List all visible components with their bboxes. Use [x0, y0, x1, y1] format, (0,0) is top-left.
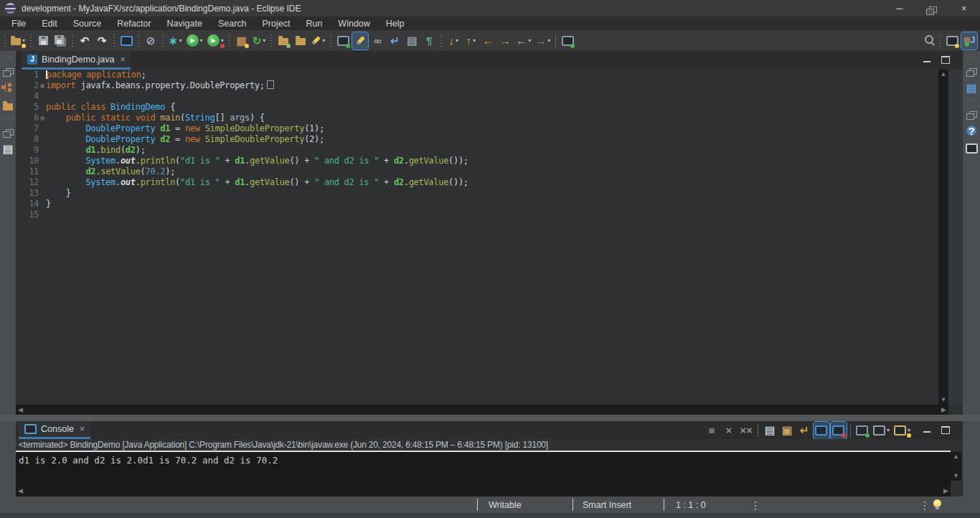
code-line[interactable]: 5public class BindingDemo { [16, 102, 938, 113]
lightbulb-icon[interactable] [933, 499, 941, 507]
open-console[interactable] [118, 32, 134, 50]
display-selected-console[interactable]: ▾ [872, 422, 891, 439]
redo[interactable]: ↷ [94, 32, 110, 50]
scroll-down-icon[interactable]: ▼ [953, 473, 959, 479]
minimize-panel[interactable] [920, 53, 933, 66]
package-explorer-view[interactable] [1, 81, 14, 94]
restore-view[interactable] [1, 63, 15, 76]
scroll-up-icon[interactable]: ▲ [953, 453, 959, 460]
forward[interactable]: →▾ [534, 32, 552, 50]
scroll-lock[interactable]: ▣ [779, 422, 795, 439]
save-all[interactable] [52, 32, 68, 50]
menu-run[interactable]: Run [298, 17, 330, 30]
search-toolbar[interactable] [920, 32, 936, 50]
code-line[interactable]: 6⊖ public static void main(String[] args… [16, 113, 938, 123]
dropdown-arrow-icon[interactable]: ▾ [908, 427, 910, 433]
close-tab-icon[interactable]: × [120, 55, 125, 65]
pin-console[interactable] [854, 422, 870, 439]
scroll-down-icon[interactable]: ▼ [941, 397, 947, 403]
editor-vertical-scrollbar[interactable]: ▲ ▼ [938, 70, 948, 405]
code-line[interactable]: 15 [16, 209, 938, 220]
code-line[interactable]: 4 [16, 91, 938, 102]
scroll-up-icon[interactable]: ▲ [941, 71, 947, 77]
menu-navigate[interactable]: Navigate [159, 17, 210, 30]
undo[interactable]: ↶ [77, 32, 93, 50]
code-line[interactable]: 13 } [16, 188, 938, 199]
restore-window[interactable] [915, 0, 948, 17]
dropdown-arrow-icon[interactable]: ▾ [887, 427, 890, 433]
previous-edit-location[interactable]: ← [480, 32, 496, 50]
save[interactable] [35, 32, 51, 50]
open-new-window[interactable] [560, 32, 575, 50]
outline-doc-view[interactable]: ▤ [1, 142, 14, 155]
code-editor[interactable]: 1package application;2⊕import javafx.bea… [16, 70, 938, 405]
link-with-editor[interactable]: ↵ [387, 32, 402, 50]
maximize-panel[interactable] [939, 53, 952, 66]
new-java-element[interactable] [335, 32, 351, 50]
close-window[interactable]: × [948, 0, 980, 17]
menu-source[interactable]: Source [65, 17, 110, 30]
show-whitespace[interactable]: ¶ [421, 32, 437, 50]
console-output[interactable]: d1 is 2.0 and d2 is 2.0d1 is 70.2 and d2… [16, 451, 951, 486]
editor-console-splitter[interactable] [0, 415, 980, 421]
run-external-tools[interactable]: ▾ [206, 32, 225, 50]
help-view[interactable]: ? [965, 124, 978, 137]
show-console-on-stdout[interactable] [814, 422, 829, 439]
next-annotation[interactable]: ↓▾ [446, 32, 461, 50]
menu-project[interactable]: Project [255, 17, 298, 30]
dropdown-arrow-icon[interactable]: ▾ [473, 37, 476, 44]
new-wizard[interactable]: ▾ [9, 32, 27, 50]
search[interactable]: ▾ [310, 32, 326, 50]
dropdown-arrow-icon[interactable]: ▾ [179, 37, 182, 44]
fold-toggle-icon[interactable]: ⊖ [39, 113, 46, 123]
code-line[interactable]: 12 System.out.println("d1 is " + d1.getV… [16, 177, 938, 188]
tab-bindingdemo-java[interactable]: J BindingDemo.java × [22, 51, 131, 70]
close-console-icon[interactable]: × [80, 424, 85, 434]
code-line[interactable]: 2⊕import javafx.beans.property.DoublePro… [16, 80, 938, 91]
menu-refactor[interactable]: Refactor [109, 17, 159, 30]
restore-view[interactable] [965, 63, 979, 76]
remove-launch[interactable]: × [721, 422, 737, 439]
minimize-panel[interactable] [920, 423, 933, 436]
terminate[interactable]: ■ [704, 422, 720, 439]
tab-console[interactable]: Console × [19, 421, 90, 439]
code-line[interactable]: 1package application; [16, 70, 938, 80]
dropdown-arrow-icon[interactable]: ▾ [547, 37, 550, 44]
maximize-panel[interactable] [939, 423, 952, 436]
restore-view[interactable] [1, 124, 15, 137]
debug[interactable]: ∗▾ [167, 32, 184, 50]
code-line[interactable]: 9 d1.bind(d2); [16, 145, 938, 156]
open-console-view[interactable]: ▾ [892, 422, 912, 439]
export[interactable] [293, 32, 308, 50]
dropdown-arrow-icon[interactable]: ▾ [528, 37, 531, 44]
back[interactable]: ←▾ [514, 32, 532, 50]
dropdown-arrow-icon[interactable]: ▾ [200, 37, 203, 44]
code-line[interactable]: 11 d2.setValue(70.2); [16, 166, 938, 177]
menu-search[interactable]: Search [210, 17, 255, 30]
project-folder-view[interactable] [1, 99, 14, 112]
run[interactable]: ▾ [185, 32, 204, 50]
previous-annotation[interactable]: ↑▾ [463, 32, 479, 50]
scroll-right-icon[interactable]: ▶ [941, 407, 946, 413]
menu-help[interactable]: Help [378, 17, 413, 30]
fold-toggle-icon[interactable]: ⊕ [39, 80, 46, 91]
code-line[interactable]: 7 DoubleProperty d1 = new SimpleDoublePr… [16, 123, 938, 134]
coverage[interactable]: ▦ [234, 32, 250, 50]
show-selected-element-only[interactable]: ▤ [404, 32, 420, 50]
word-wrap[interactable]: ↵ [796, 422, 812, 439]
editor-horizontal-scrollbar[interactable]: ◀ ▶ [16, 405, 948, 415]
menu-window[interactable]: Window [330, 17, 377, 30]
scroll-right-icon[interactable]: ▶ [943, 488, 948, 494]
dropdown-arrow-icon[interactable]: ▾ [221, 37, 224, 44]
console-vertical-scrollbar[interactable]: ▲ ▼ [951, 452, 961, 481]
menu-file[interactable]: File [4, 17, 34, 30]
code-line[interactable]: 14} [16, 199, 938, 209]
dropdown-arrow-icon[interactable]: ▾ [22, 37, 25, 44]
next-edit-location[interactable]: → [497, 32, 513, 50]
remove-all-terminated[interactable]: ×× [738, 422, 754, 439]
import[interactable] [275, 32, 291, 50]
scroll-left-icon[interactable]: ◀ [18, 407, 23, 413]
outline-view[interactable]: ▤ [965, 81, 978, 94]
dropdown-arrow-icon[interactable]: ▾ [263, 37, 265, 44]
restore-view[interactable] [965, 106, 979, 119]
